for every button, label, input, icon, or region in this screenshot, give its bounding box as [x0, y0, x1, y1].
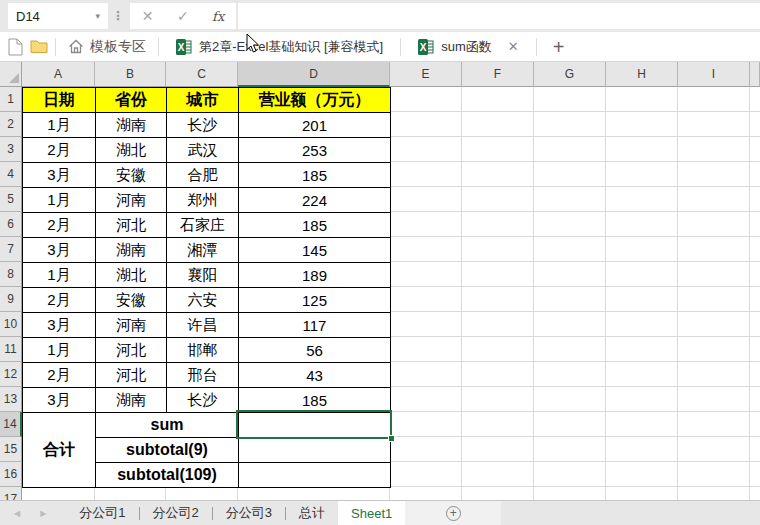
cell-B14-C14-merged[interactable]: sum — [95, 412, 239, 438]
cell-D8[interactable]: 189 — [238, 262, 391, 288]
cell-B9[interactable]: 安徽 — [95, 287, 167, 313]
cell-D11[interactable]: 56 — [238, 337, 391, 363]
sheet-tab-Sheet1[interactable]: Sheet1 — [338, 501, 405, 525]
row-header-13[interactable]: 13 — [0, 387, 22, 412]
row-header-11[interactable]: 11 — [0, 337, 22, 362]
row-header-12[interactable]: 12 — [0, 362, 22, 387]
cell-D10[interactable]: 117 — [238, 312, 391, 338]
row-header-15[interactable]: 15 — [0, 437, 22, 462]
cell-A8[interactable]: 1月 — [22, 262, 96, 288]
new-document-icon[interactable] — [8, 38, 23, 56]
cell-A6[interactable]: 2月 — [22, 212, 96, 238]
sheet-tab-总计[interactable]: 总计 — [286, 501, 338, 525]
cell-B16-C16-merged[interactable]: subtotal(109) — [95, 462, 239, 488]
cell-D2[interactable]: 201 — [238, 112, 391, 138]
cell-A9[interactable]: 2月 — [22, 287, 96, 313]
cell-B1[interactable]: 省份 — [95, 87, 167, 113]
row-header-1[interactable]: 1 — [0, 87, 22, 112]
cell-D4[interactable]: 185 — [238, 162, 391, 188]
row-header-2[interactable]: 2 — [0, 112, 22, 137]
cell-D16[interactable] — [238, 462, 391, 488]
cell-C3[interactable]: 武汉 — [166, 137, 239, 163]
cell-A1[interactable]: 日期 — [22, 87, 96, 113]
column-header-D[interactable]: D — [238, 62, 390, 87]
cell-C4[interactable]: 合肥 — [166, 162, 239, 188]
cell-B13[interactable]: 湖南 — [95, 387, 167, 413]
cell-D13[interactable]: 185 — [238, 387, 391, 413]
sheet-tab-分公司1[interactable]: 分公司1 — [66, 501, 138, 525]
column-header-E[interactable]: E — [390, 62, 462, 87]
cell-B5[interactable]: 河南 — [95, 187, 167, 213]
cell-C10[interactable]: 许昌 — [166, 312, 239, 338]
cancel-icon[interactable]: ✕ — [142, 8, 154, 24]
row-header-14[interactable]: 14 — [0, 412, 22, 437]
cell-C7[interactable]: 湘潭 — [166, 237, 239, 263]
cell-B2[interactable]: 湖南 — [95, 112, 167, 138]
cell-B6[interactable]: 河北 — [95, 212, 167, 238]
folder-icon[interactable] — [30, 39, 48, 54]
cell-A3[interactable]: 2月 — [22, 137, 96, 163]
cell-D3[interactable]: 253 — [238, 137, 391, 163]
row-header-17[interactable]: 17 — [0, 487, 22, 500]
cell-D14[interactable] — [238, 412, 391, 438]
confirm-icon[interactable]: ✓ — [177, 8, 189, 24]
cell-D15[interactable] — [238, 437, 391, 463]
row-header-3[interactable]: 3 — [0, 137, 22, 162]
cell-D9[interactable]: 125 — [238, 287, 391, 313]
row-header-8[interactable]: 8 — [0, 262, 22, 287]
scroll-left-icon[interactable]: ◀ — [14, 509, 20, 518]
document-tab-1[interactable]: X 第2章-Excel基础知识 [兼容模式] — [166, 32, 393, 61]
cell-B11[interactable]: 河北 — [95, 337, 167, 363]
cell-C6[interactable]: 石家庄 — [166, 212, 239, 238]
column-header-H[interactable]: H — [606, 62, 678, 87]
cell-A14-A16-merged[interactable]: 合计 — [22, 412, 96, 488]
cell-C12[interactable]: 邢台 — [166, 362, 239, 388]
document-tab-2[interactable]: X sum函数 ✕ — [408, 32, 528, 61]
sheet-tab-分公司3[interactable]: 分公司3 — [213, 501, 285, 525]
sheet-tab-分公司2[interactable]: 分公司2 — [140, 501, 212, 525]
cell-D1[interactable]: 营业额（万元） — [238, 87, 391, 113]
cell-A13[interactable]: 3月 — [22, 387, 96, 413]
select-all-corner[interactable] — [0, 62, 22, 87]
add-sheet-button[interactable]: + — [405, 501, 501, 525]
cell-A12[interactable]: 2月 — [22, 362, 96, 388]
cell-D12[interactable]: 43 — [238, 362, 391, 388]
column-header-C[interactable]: C — [166, 62, 238, 87]
row-header-4[interactable]: 4 — [0, 162, 22, 187]
chevron-down-icon[interactable]: ▾ — [95, 11, 100, 21]
cell-A4[interactable]: 3月 — [22, 162, 96, 188]
home-tab[interactable]: 模板专区 — [63, 38, 151, 56]
cell-B10[interactable]: 河南 — [95, 312, 167, 338]
cell-A11[interactable]: 1月 — [22, 337, 96, 363]
name-box[interactable]: D14 ▾ — [8, 3, 108, 29]
cell-A7[interactable]: 3月 — [22, 237, 96, 263]
row-header-10[interactable]: 10 — [0, 312, 22, 337]
cell-A5[interactable]: 1月 — [22, 187, 96, 213]
row-header-9[interactable]: 9 — [0, 287, 22, 312]
row-header-5[interactable]: 5 — [0, 187, 22, 212]
column-header-F[interactable]: F — [462, 62, 534, 87]
cell-C11[interactable]: 邯郸 — [166, 337, 239, 363]
cell-C8[interactable]: 襄阳 — [166, 262, 239, 288]
column-header-A[interactable]: A — [22, 62, 95, 87]
row-header-6[interactable]: 6 — [0, 212, 22, 237]
row-header-7[interactable]: 7 — [0, 237, 22, 262]
column-header-I[interactable]: I — [678, 62, 750, 87]
new-tab-button[interactable]: + — [544, 34, 574, 60]
column-header-B[interactable]: B — [95, 62, 166, 87]
spreadsheet-grid[interactable]: 日期省份城市营业额（万元）1月湖南长沙2012月湖北武汉2533月安徽合肥185… — [0, 62, 760, 500]
cell-A2[interactable]: 1月 — [22, 112, 96, 138]
cell-B7[interactable]: 湖南 — [95, 237, 167, 263]
cell-C13[interactable]: 长沙 — [166, 387, 239, 413]
cell-D6[interactable]: 185 — [238, 212, 391, 238]
cell-B3[interactable]: 湖北 — [95, 137, 167, 163]
scroll-right-icon[interactable]: ▶ — [40, 509, 46, 518]
cell-C1[interactable]: 城市 — [166, 87, 239, 113]
close-icon[interactable]: ✕ — [508, 39, 519, 54]
cell-C2[interactable]: 长沙 — [166, 112, 239, 138]
cell-B12[interactable]: 河北 — [95, 362, 167, 388]
cell-D5[interactable]: 224 — [238, 187, 391, 213]
formula-bar-input[interactable] — [238, 3, 760, 29]
cell-B4[interactable]: 安徽 — [95, 162, 167, 188]
cell-A10[interactable]: 3月 — [22, 312, 96, 338]
